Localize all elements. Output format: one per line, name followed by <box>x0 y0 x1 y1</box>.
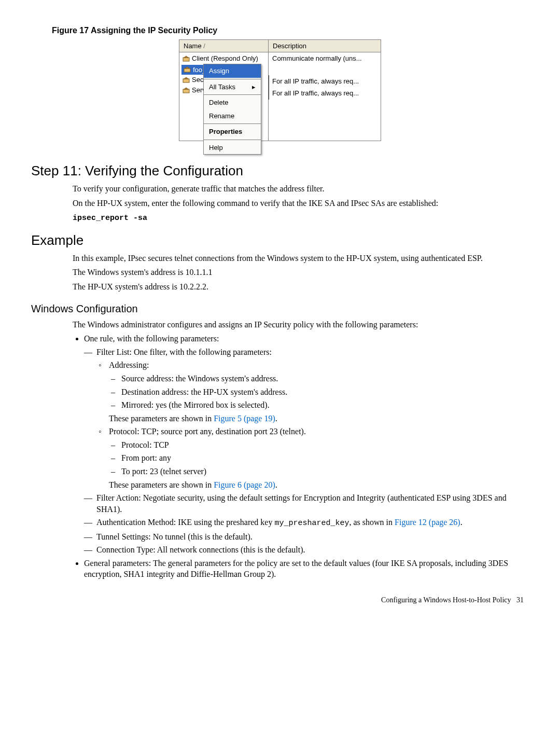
list-item: Filter List: One filter, with the follow… <box>96 347 519 491</box>
menu-item-rename[interactable]: Rename <box>204 109 261 123</box>
paragraph: The HP-UX system's address is 10.2.2.2. <box>73 281 519 293</box>
paragraph: These parameters are shown in Figure 5 (… <box>109 413 519 424</box>
list-text: Filter List: One filter, with the follow… <box>96 348 272 356</box>
heading-example: Example <box>31 231 529 250</box>
menu-item-help[interactable]: Help <box>204 141 261 155</box>
list-item: Protocol: TCP; source port any, destinat… <box>109 426 519 490</box>
paragraph: These parameters are shown in Figure 6 (… <box>109 479 519 491</box>
sort-indicator: / <box>203 42 205 50</box>
figure-link-12[interactable]: Figure 12 (page 26) <box>395 518 460 527</box>
list-item: Tunnel Settings: No tunnel (this is the … <box>96 531 519 543</box>
text: . <box>275 480 277 489</box>
page-footer: Configuring a Windows Host-to-Host Polic… <box>31 596 529 605</box>
text: Authentication Method: IKE using the pre… <box>96 518 274 527</box>
policy-icon <box>183 87 190 93</box>
list-item: Authentication Method: IKE using the pre… <box>96 517 519 529</box>
list-item: One rule, with the following parameters:… <box>84 333 519 556</box>
paragraph: The Windows system's address is 10.1.1.1 <box>73 267 519 278</box>
menu-item-assign[interactable]: Assign <box>204 64 261 78</box>
menu-label: All Tasks <box>209 83 235 91</box>
list-item: Connection Type: All network connections… <box>96 544 519 556</box>
policy-list-table: Name / Description Client (Respond Only) <box>179 39 381 142</box>
heading-step-11: Step 11: Verifying the Configuration <box>31 162 529 180</box>
list-item: Source address: the Windows system's add… <box>121 373 519 384</box>
command-text: ipsec_report -sa <box>73 214 147 223</box>
text: . <box>460 518 463 527</box>
description-server: For all IP traffic, always req... <box>269 87 381 100</box>
figure-caption: Figure 17 Assigning the IP Security Poli… <box>52 25 529 36</box>
column-header-description[interactable]: Description <box>269 39 381 52</box>
svg-rect-0 <box>183 58 189 61</box>
page-number: 31 <box>516 596 524 604</box>
list-item: Protocol: TCP <box>121 439 519 451</box>
paragraph: On the HP-UX system, enter the following… <box>73 198 519 209</box>
list-text: One rule, with the following parameters: <box>84 334 219 343</box>
description-client: Communicate normally (uns... <box>269 52 381 65</box>
list-item: From port: any <box>121 452 519 464</box>
menu-item-all-tasks[interactable]: All Tasks ▸ <box>204 80 261 94</box>
menu-separator <box>204 123 261 124</box>
list-item: Destination address: the HP-UX system's … <box>121 386 519 398</box>
figure-link-6[interactable]: Figure 6 (page 20) <box>214 480 275 489</box>
context-menu: Assign All Tasks ▸ Delete Rename Propert… <box>203 64 261 155</box>
paragraph: In this example, IPsec secures telnet co… <box>73 253 519 264</box>
figure-link-5[interactable]: Figure 5 (page 19) <box>214 414 275 423</box>
text: . <box>275 414 277 423</box>
list-item: Filter Action: Negotiate security, using… <box>96 492 519 515</box>
svg-rect-3 <box>183 89 189 93</box>
description-secure: For all IP traffic, always req... <box>269 75 381 88</box>
menu-item-properties[interactable]: Properties <box>204 125 261 139</box>
policy-row-client[interactable]: Client (Respond Only) <box>179 52 268 65</box>
code-inline: my_preshared_key <box>274 519 349 528</box>
policy-icon <box>183 56 190 62</box>
list-item: Addressing: Source address: the Windows … <box>109 360 519 424</box>
submenu-arrow-icon: ▸ <box>252 82 256 92</box>
menu-separator <box>204 140 261 140</box>
list-item: General parameters: The general paramete… <box>84 558 519 580</box>
list-text: Addressing: <box>109 361 149 369</box>
list-item: Mirrored: yes (the Mirrored box is selec… <box>121 399 519 411</box>
menu-separator <box>204 79 261 79</box>
policy-icon <box>184 66 191 73</box>
menu-separator <box>204 94 261 95</box>
list-text: Protocol: TCP; source port any, destinat… <box>109 427 306 436</box>
policy-icon <box>183 77 190 83</box>
paragraph: To verify your configuration, generate t… <box>73 183 519 195</box>
column-header-name-text: Name <box>184 42 202 50</box>
policy-label: Client (Respond Only) <box>192 54 258 63</box>
figure-17-image: Name / Description Client (Respond Only) <box>31 39 529 142</box>
text: These parameters are shown in <box>109 480 214 489</box>
menu-item-delete[interactable]: Delete <box>204 96 261 109</box>
column-header-name[interactable]: Name / <box>179 39 269 52</box>
text: These parameters are shown in <box>109 414 214 423</box>
heading-windows-configuration: Windows Configuration <box>31 302 529 316</box>
paragraph: The Windows administrator configures and… <box>73 319 519 330</box>
footer-text: Configuring a Windows Host-to-Host Polic… <box>381 596 511 604</box>
svg-rect-2 <box>183 79 189 82</box>
list-item: To port: 23 (telnet server) <box>121 466 519 477</box>
svg-rect-1 <box>184 68 190 72</box>
text: , as shown in <box>349 518 395 527</box>
